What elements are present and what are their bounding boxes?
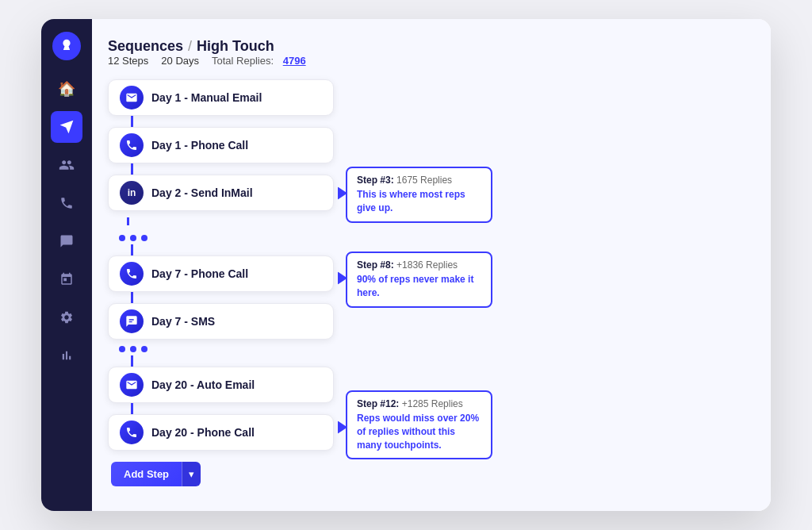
step-label-6: Day 20 - Auto Email: [151, 378, 255, 391]
step-card-4[interactable]: Day 7 - Phone Call: [108, 255, 334, 292]
sidebar-item-sequences[interactable]: [51, 111, 82, 143]
sidebar-item-contacts[interactable]: [51, 149, 82, 181]
sidebar-item-chat[interactable]: [51, 225, 82, 257]
dot-6: [141, 346, 147, 352]
breadcrumb-main: Sequences: [108, 38, 183, 55]
replies-stat: Total Replies: 4796: [212, 55, 306, 67]
callout-replies-3: +1285 Replies: [402, 398, 463, 409]
step-group-4: Day 7 - Phone Call Step #8: +1836 Replie…: [108, 255, 755, 292]
stats-bar: 12 Steps 20 Days Total Replies: 4796: [108, 55, 755, 67]
step-icon-linkedin-3: in: [120, 181, 144, 205]
step-card-1[interactable]: Day 1 - Manual Email: [108, 79, 334, 116]
step-label-4: Day 7 - Phone Call: [151, 267, 248, 280]
step-icon-email-1: [120, 86, 144, 109]
callout-replies-2: +1836 Replies: [396, 259, 458, 271]
dot-3: [141, 235, 147, 241]
tools-icon: [59, 310, 74, 325]
callout-arrow-2: [338, 272, 347, 287]
dot-1: [119, 235, 125, 241]
main-content: Sequences / High Touch 12 Steps 20 Days …: [92, 19, 771, 511]
callout-arrow-3: [338, 421, 347, 436]
callout-title-1: Step #3: 1675 Replies: [357, 175, 481, 186]
pre-dots-connector: [127, 217, 129, 225]
step-card-7[interactable]: Day 20 - Phone Call: [108, 414, 334, 451]
callout-2: Step #8: +1836 Replies 90% of reps never…: [346, 252, 492, 308]
logo-icon: [59, 38, 75, 54]
callout-step-label-2: Step #8:: [357, 259, 394, 271]
sequences-icon: [59, 119, 75, 135]
header: Sequences / High Touch 12 Steps 20 Days …: [108, 38, 755, 67]
callout-text-3: Reps would miss over 20% of replies with…: [357, 412, 481, 451]
sidebar-item-calendar[interactable]: [51, 263, 82, 295]
connector-4: [131, 292, 133, 303]
step-icon-sms-5: [120, 309, 144, 333]
chat-icon: [59, 234, 74, 248]
dot-2: [130, 235, 136, 241]
replies-label: Total Replies:: [212, 55, 274, 67]
step-group-5: Day 7 - SMS: [108, 303, 755, 340]
linkedin-logo: in: [128, 187, 136, 198]
sidebar-item-analytics[interactable]: [51, 340, 82, 371]
phone-icon: [59, 196, 74, 210]
callout-step-label-1: Step #3:: [357, 175, 394, 186]
step-group-7: Day 20 - Phone Call Step #12: +1285 Repl…: [108, 414, 755, 451]
step-icon-email-6: [120, 373, 144, 397]
callout-replies-1: 1675 Replies: [396, 175, 452, 186]
dots-group-1: [119, 232, 755, 244]
connector-1: [131, 116, 133, 127]
contacts-icon: [59, 157, 75, 173]
step-icon-phone-2: [120, 133, 144, 157]
step-card-3[interactable]: in Day 2 - Send InMail: [108, 175, 334, 211]
step-group-1: Day 1 - Manual Email: [108, 79, 755, 127]
callout-text-1: This is where most reps give up.: [357, 188, 481, 215]
dot-4: [119, 346, 125, 352]
step-label-1: Day 1 - Manual Email: [151, 91, 262, 104]
step-icon-phone-4: [120, 262, 144, 286]
callout-arrow-1: [338, 187, 347, 202]
dots-group-2: [119, 340, 755, 355]
steps-stat: 12 Steps: [108, 55, 148, 67]
add-step-button[interactable]: Add Step: [111, 462, 182, 486]
breadcrumb-sub: High Touch: [197, 38, 274, 55]
callout-text-2: 90% of reps never make it here.: [357, 273, 481, 300]
step-label-2: Day 1 - Phone Call: [151, 139, 248, 152]
days-stat: 20 Days: [161, 55, 199, 67]
step-card-5[interactable]: Day 7 - SMS: [108, 303, 334, 340]
add-step-chevron[interactable]: ▾: [182, 462, 201, 486]
connector-2: [131, 163, 133, 175]
step-card-6[interactable]: Day 20 - Auto Email: [108, 367, 334, 403]
callout-title-3: Step #12: +1285 Replies: [357, 398, 481, 409]
callout-step-label-3: Step #12:: [357, 398, 399, 409]
logo: [52, 32, 81, 60]
post-dots-connector-2: [131, 355, 133, 367]
step-group-3: in Day 2 - Send InMail Step #3: 1675 Rep…: [108, 175, 755, 211]
post-dots-connector-1: [131, 244, 133, 255]
step-label-5: Day 7 - SMS: [151, 315, 215, 328]
breadcrumb: Sequences / High Touch: [108, 38, 755, 55]
sidebar: 🏠: [41, 19, 92, 511]
breadcrumb-separator: /: [188, 38, 192, 55]
connector-6: [131, 403, 133, 414]
step-label-7: Day 20 - Phone Call: [151, 426, 255, 439]
callout-3: Step #12: +1285 Replies Reps would miss …: [346, 390, 492, 459]
steps-wrapper: Day 1 - Manual Email Day 1 - Phone Call: [108, 79, 755, 486]
callout-title-2: Step #8: +1836 Replies: [357, 259, 481, 271]
add-step-row: Add Step ▾: [111, 462, 755, 486]
sidebar-item-phone[interactable]: [51, 187, 82, 219]
step-icon-phone-7: [120, 421, 144, 444]
dot-5: [130, 346, 136, 352]
sidebar-item-home[interactable]: 🏠: [51, 73, 82, 105]
sidebar-item-tools[interactable]: [51, 301, 82, 333]
step-label-3: Day 2 - Send InMail: [151, 186, 253, 199]
app-container: 🏠: [41, 19, 771, 511]
calendar-icon: [59, 272, 74, 286]
analytics-icon: [59, 348, 74, 363]
callout-1: Step #3: 1675 Replies This is where most…: [346, 167, 492, 223]
step-card-2[interactable]: Day 1 - Phone Call: [108, 127, 334, 163]
replies-value[interactable]: 4796: [283, 55, 306, 67]
